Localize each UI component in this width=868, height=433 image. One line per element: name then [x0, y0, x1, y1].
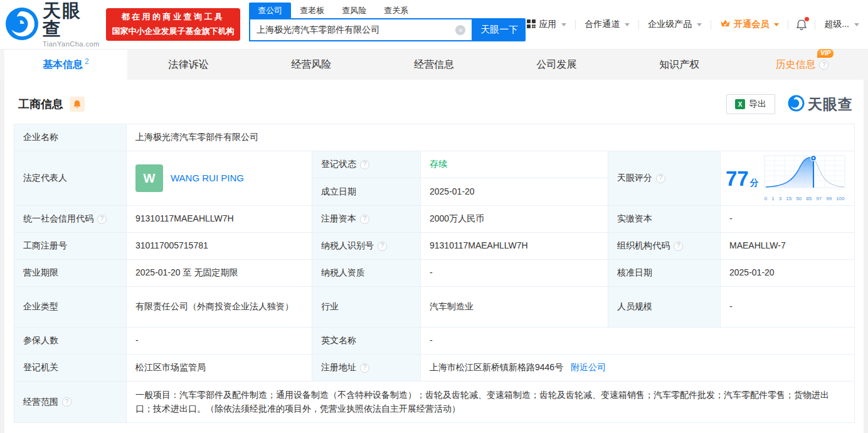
- english-name-value: -: [421, 328, 855, 355]
- logo-text: 天眼查: [43, 2, 100, 38]
- reg-address-label: 注册地址?: [312, 355, 421, 382]
- approval-date-label: 核准日期: [608, 260, 721, 287]
- paid-capital-value: -: [721, 206, 855, 233]
- legal-rep-cell: W WANG RUI PING: [127, 151, 312, 206]
- nav-enterprise-products[interactable]: 企业级产品: [647, 19, 703, 30]
- nav-divider: [815, 20, 815, 29]
- company-name-label: 企业名称: [14, 124, 127, 151]
- approval-date-value: 2025-01-20: [721, 260, 855, 287]
- score-value[interactable]: 77分: [726, 168, 759, 189]
- taxpayer-id-value: 91310117MAEAHLLW7H: [421, 233, 608, 260]
- paid-capital-label: 实缴资本: [608, 206, 721, 233]
- tab-basic-info[interactable]: 基本信息 2: [4, 50, 127, 80]
- nav-divider: [711, 20, 711, 29]
- section-header: 工商信息 X 导出: [14, 80, 854, 124]
- page-body: 基本信息 2 法律诉讼 经营风险 经营信息 公司发展 知识产权 历史信息 VIP…: [0, 49, 868, 433]
- tianyancha-swirl-icon: [788, 95, 805, 114]
- org-code-label: 组织机构代码?: [608, 233, 721, 260]
- nav-super-label: 超级...: [824, 19, 849, 30]
- reg-status-label: 登记状态?: [312, 151, 421, 178]
- nearby-companies-link[interactable]: 附近公司: [571, 362, 606, 372]
- legal-rep-avatar[interactable]: W: [135, 164, 163, 192]
- company-name-value: 上海极光湾汽车零部件有限公司: [127, 124, 855, 151]
- tab-company-development[interactable]: 公司发展: [495, 50, 618, 80]
- section-title: 工商信息: [18, 97, 63, 112]
- notification-bell[interactable]: [796, 19, 807, 31]
- detail-tabbar: 基本信息 2 法律诉讼 经营风险 经营信息 公司发展 知识产权 历史信息 VIP…: [0, 49, 868, 80]
- search-tab-company[interactable]: 查公司: [249, 3, 291, 18]
- tab-basic-info-label: 基本信息: [43, 58, 83, 72]
- chevron-down-icon: [854, 23, 859, 26]
- help-icon[interactable]: ?: [674, 242, 683, 251]
- table-row: 经营范围? 一般项目：汽车零部件及配件制造；通用设备制造（不含特种设备制造）；齿…: [14, 382, 855, 423]
- business-info-table: 企业名称 上海极光湾汽车零部件有限公司 法定代表人 W WANG RUI PIN…: [14, 124, 855, 423]
- help-icon[interactable]: ?: [656, 174, 665, 183]
- tab-operating-risk[interactable]: 经营风险: [250, 50, 373, 80]
- score-axis-ticks: 01 315 5085 9799 100: [765, 195, 845, 203]
- reg-address-cell: 上海市松江区新桥镇新格路9446号 附近公司: [421, 355, 855, 382]
- nav-open-vip[interactable]: 开通会员: [719, 19, 780, 30]
- tab-legal-proceedings[interactable]: 法律诉讼: [127, 50, 250, 80]
- logo-domain: TianYanCha.com: [43, 40, 100, 48]
- reg-number-label: 工商注册号: [14, 233, 127, 260]
- business-scope-label: 经营范围?: [14, 382, 127, 423]
- search-tab-boss[interactable]: 查老板: [291, 3, 333, 18]
- clear-search-icon[interactable]: ×: [455, 25, 465, 35]
- notification-red-dot: [805, 17, 809, 21]
- industry-value: 汽车制造业: [421, 287, 608, 328]
- nav-super-account[interactable]: 超级...: [823, 19, 860, 30]
- establish-date-label: 成立日期: [312, 178, 421, 206]
- help-icon[interactable]: ?: [360, 215, 369, 224]
- score-label: 天眼评分?: [608, 151, 721, 206]
- table-row: 企业类型 有限责任公司（外商投资企业法人独资） 行业 汽车制造业 人员规模 -: [14, 287, 855, 328]
- table-row: 统一社会信用代码? 91310117MAEAHLLW7H 注册资本? 2000万…: [14, 206, 855, 233]
- tab-business-info[interactable]: 经营信息: [373, 50, 495, 80]
- help-icon[interactable]: ?: [819, 60, 828, 70]
- credit-code-value: 91310117MAEAHLLW7H: [127, 206, 312, 233]
- excel-icon: X: [735, 99, 745, 109]
- table-row: 登记机关 松江区市场监管局 注册地址? 上海市松江区新桥镇新格路9446号 附近…: [14, 355, 855, 382]
- tab-basic-info-count: 2: [85, 57, 89, 66]
- help-icon[interactable]: ?: [360, 363, 369, 373]
- promo-banner-line2: 国家中小企业发展子基金旗下机构: [112, 24, 235, 39]
- table-row: 法定代表人 W WANG RUI PING 登记状态? 存续 天眼评分? 77分: [14, 151, 855, 178]
- help-icon[interactable]: ?: [360, 160, 369, 169]
- reg-address-value: 上海市松江区新桥镇新格路9446号: [430, 362, 563, 372]
- nav-apps[interactable]: 应用: [526, 19, 568, 30]
- nav-cooperation[interactable]: 合作通道: [583, 19, 631, 30]
- establish-date-value: 2025-01-20: [421, 178, 608, 206]
- search-input[interactable]: 上海极光湾汽车零部件有限公司 ×: [249, 18, 473, 41]
- company-type-value: 有限责任公司（外商投资企业法人独资）: [127, 287, 312, 328]
- tab-history-info[interactable]: 历史信息 VIP ?: [741, 50, 864, 80]
- legal-rep-label: 法定代表人: [14, 151, 127, 206]
- search-tab-relation[interactable]: 查关系: [375, 3, 417, 18]
- crown-icon: [720, 19, 731, 30]
- help-icon[interactable]: ?: [378, 242, 387, 251]
- help-icon[interactable]: ?: [97, 215, 107, 224]
- promo-banner: 都在用的商业查询工具 国家中小企业发展子基金旗下机构: [106, 8, 241, 41]
- tab-intellectual-property[interactable]: 知识产权: [618, 50, 741, 80]
- score-cell: 77分: [721, 151, 855, 206]
- nav-vip-label: 开通会员: [734, 19, 769, 30]
- export-button[interactable]: X 导出: [726, 94, 775, 114]
- reg-capital-label: 注册资本?: [312, 206, 421, 233]
- search-tab-risk[interactable]: 查风险: [333, 3, 375, 18]
- business-term-value: 2025-01-20 至 无固定期限: [127, 260, 312, 287]
- export-button-label: 导出: [749, 99, 766, 110]
- vip-badge: VIP: [817, 49, 834, 58]
- help-icon[interactable]: ?: [62, 397, 71, 407]
- nav-cooperation-label: 合作通道: [585, 19, 620, 30]
- english-name-label: 英文名称: [312, 328, 421, 355]
- subscribe-bell-icon[interactable]: [70, 97, 85, 112]
- reg-capital-value: 2000万人民币: [421, 206, 608, 233]
- chevron-down-icon: [561, 23, 566, 26]
- reg-authority-value: 松江区市场监管局: [127, 355, 312, 382]
- header-nav: 应用 合作通道 企业级产品 开通会员: [526, 19, 860, 31]
- tianyancha-logo[interactable]: 天眼查 TianYanCha.com: [5, 2, 100, 48]
- business-term-label: 营业期限: [14, 260, 127, 287]
- legal-rep-link[interactable]: WANG RUI PING: [171, 171, 244, 185]
- org-code-value: MAEAHLLW-7: [721, 233, 855, 260]
- search-button[interactable]: 天眼一下: [473, 18, 526, 41]
- tianyancha-swirl-icon: [5, 7, 39, 43]
- reg-authority-label: 登记机关: [14, 355, 127, 382]
